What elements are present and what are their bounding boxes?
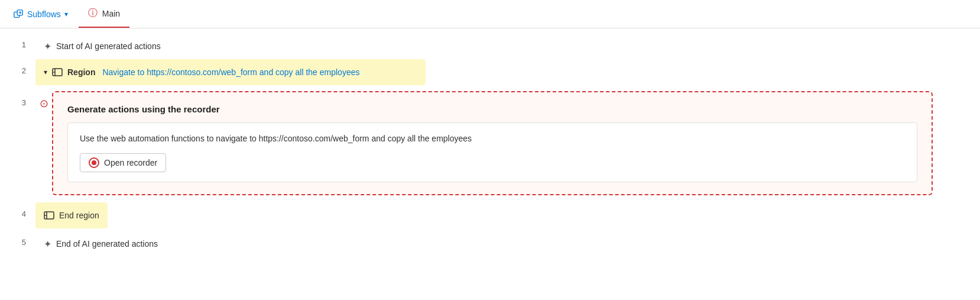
step-4-content: End region — [35, 202, 980, 228]
line-number-5: 5 — [0, 231, 35, 247]
main-content: 1 ✦ Start of AI generated actions 2 ▾ — [0, 28, 980, 300]
open-recorder-button[interactable]: Open recorder — [80, 153, 166, 172]
end-region-block-icon — [44, 210, 54, 221]
generate-actions-container: Generate actions using the recorder Use … — [52, 91, 933, 195]
ai-sparkle-icon-1: ✦ — [44, 41, 51, 52]
step-5-action: ✦ End of AI generated actions — [35, 231, 968, 257]
end-region-block[interactable]: End region — [35, 202, 108, 228]
tab-error-icon: ⓘ — [88, 7, 98, 20]
generate-actions-instruction: Use the web automation functions to navi… — [80, 133, 905, 145]
region-label: Region — [67, 67, 95, 77]
error-indicator: ⊙ — [35, 86, 52, 110]
recorder-dot — [92, 160, 96, 165]
line-number-1: 1 — [0, 33, 35, 49]
generate-actions-inner: Use the web automation functions to navi… — [67, 122, 917, 182]
main-tab[interactable]: ⓘ Main — [79, 0, 129, 28]
step-1-content: ✦ Start of AI generated actions — [35, 33, 980, 59]
top-bar: Subflows ▾ ⓘ Main — [0, 0, 980, 28]
line-number-2: 2 — [0, 59, 35, 75]
subflows-button[interactable]: Subflows ▾ — [7, 5, 74, 23]
generate-actions-outer: Generate actions using the recorder Use … — [52, 86, 980, 200]
step-row-3: 3 ⊙ Generate actions using the recorder … — [0, 86, 980, 200]
step-1-text: Start of AI generated actions — [56, 41, 161, 51]
region-header[interactable]: ▾ Region Navigate to https://contoso.com… — [35, 59, 426, 85]
line-number-4: 4 — [0, 202, 35, 218]
region-block-icon — [52, 67, 63, 78]
line-number-3: 3 — [0, 86, 35, 107]
step-2-content: ▾ Region Navigate to https://contoso.com… — [35, 59, 980, 85]
step-1-action: ✦ Start of AI generated actions — [35, 33, 968, 59]
region-chevron-icon: ▾ — [44, 68, 47, 76]
step-row-4: 4 End region — [0, 202, 980, 228]
step-5-text: End of AI generated actions — [56, 239, 158, 249]
open-recorder-label: Open recorder — [104, 158, 157, 167]
generate-actions-title: Generate actions using the recorder — [67, 104, 917, 114]
step-5-content: ✦ End of AI generated actions — [35, 231, 980, 257]
subflows-chevron-icon: ▾ — [64, 10, 68, 18]
step-row-2: 2 ▾ Region Navigate to https://contoso.c… — [0, 59, 980, 85]
region-description: Navigate to https://contoso.com/web_form… — [102, 67, 359, 77]
tab-main-label: Main — [102, 9, 120, 18]
end-region-label: End region — [59, 211, 99, 220]
recorder-icon — [89, 157, 99, 168]
subflows-label: Subflows — [27, 9, 61, 19]
step-row-5: 5 ✦ End of AI generated actions — [0, 231, 980, 257]
subflows-icon — [13, 9, 24, 20]
ai-sparkle-icon-5: ✦ — [44, 238, 51, 250]
step-row-1: 1 ✦ Start of AI generated actions — [0, 33, 980, 59]
